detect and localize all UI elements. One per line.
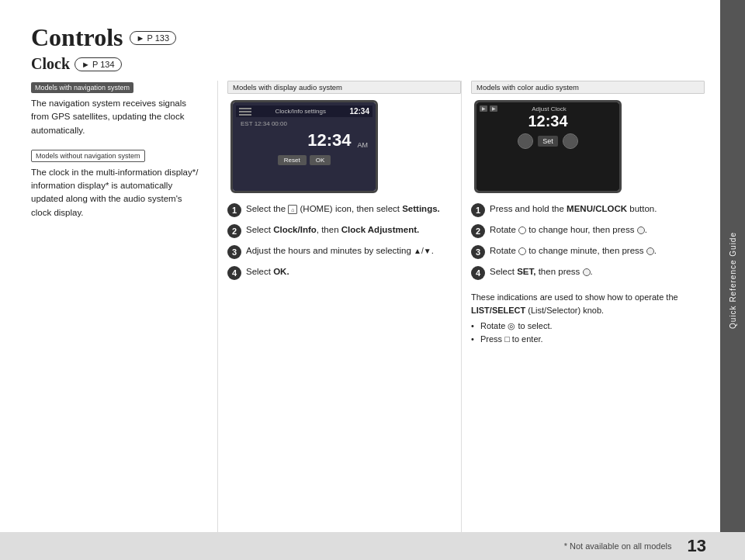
screen2-set-btn[interactable]: Set xyxy=(538,136,558,147)
press-btn-3 xyxy=(583,268,591,276)
bullet-item-2: Press □ to enter. xyxy=(471,333,698,346)
press-btn-2 xyxy=(646,247,654,255)
color-step-3-text: Rotate to change minute, then press . xyxy=(490,244,657,258)
step-3: 3 Adjust the hours and minutes by select… xyxy=(227,244,455,259)
screen2-icons: ▶ ▶ xyxy=(480,105,497,112)
arrow-icon2: ► xyxy=(81,60,90,69)
left-column: Models with navigation system The naviga… xyxy=(31,81,217,560)
color-panel-label: Models with color audio system xyxy=(471,81,705,94)
press-btn-1 xyxy=(637,226,645,234)
step-2-num: 2 xyxy=(227,224,241,238)
display-screen: Clock/Info settings 12:34 EST 12:34 00:0… xyxy=(230,100,378,193)
color-step-3: 3 Rotate to change minute, then press . xyxy=(471,244,698,259)
screen-menu-icons xyxy=(239,108,251,116)
screen-est: EST 12:34 00:00 xyxy=(241,120,287,127)
title-section: Controls ► P 133 xyxy=(31,23,705,52)
step-2: 2 Select Clock/Info, then Clock Adjustme… xyxy=(227,223,455,238)
color-screen: ▶ ▶ Adjust Clock 12:34 Set xyxy=(474,100,622,193)
page-title: Controls ► P 133 xyxy=(31,23,176,52)
sidebar-label: Quick Reference Guide xyxy=(729,232,737,329)
panels-area: Models with display audio system Clock/I… xyxy=(217,81,705,560)
step-4-num: 4 xyxy=(227,266,241,280)
screen-top-bar: Clock/Info settings 12:34 xyxy=(236,105,372,117)
screen-top-label: Clock/Info settings xyxy=(275,108,326,115)
screen2-inner: ▶ ▶ Adjust Clock 12:34 Set xyxy=(476,102,619,191)
step-1: 1 Select the ⌂ (HOME) icon, then select … xyxy=(227,202,455,217)
color-step-1-text: Press and hold the MENU/CLOCK button. xyxy=(490,202,657,216)
step-1-text: Select the ⌂ (HOME) icon, then select Se… xyxy=(246,202,440,216)
display-steps: 1 Select the ⌂ (HOME) icon, then select … xyxy=(227,202,461,286)
info-title: These indications are used to show how t… xyxy=(471,292,678,315)
no-nav-badge: Models without navigation system xyxy=(31,150,145,162)
color-audio-panel: Models with color audio system ▶ ▶ Adjus… xyxy=(462,81,705,560)
home-icon: ⌂ xyxy=(288,205,297,214)
color-step-4-text: Select SET, then press . xyxy=(490,265,593,278)
color-steps: 1 Press and hold the MENU/CLOCK button. … xyxy=(471,202,705,286)
up-down-icon: ▲/▼ xyxy=(414,245,431,257)
info-block: These indications are used to show how t… xyxy=(471,291,705,345)
screen-ampm: AM xyxy=(358,141,369,149)
color-step-2: 2 Rotate to change hour, then press . xyxy=(471,223,698,238)
screen2-spacer xyxy=(601,105,616,112)
step-4: 4 Select OK. xyxy=(227,265,455,280)
screen-time-row: 12:34 AM xyxy=(236,127,372,154)
content-area: Models with navigation system The naviga… xyxy=(31,81,705,560)
dial-icon-2 xyxy=(518,247,526,255)
subtitle-text: Clock xyxy=(31,55,70,73)
step-3-num: 3 xyxy=(227,245,241,259)
color-step-2-text: Rotate to change hour, then press . xyxy=(490,223,647,237)
color-step-4: 4 Select SET, then press . xyxy=(471,265,698,280)
footer: * Not available on all models 13 xyxy=(0,532,745,560)
arrow-icon: ► xyxy=(137,33,145,43)
screen-time-large: 12:34 xyxy=(303,129,355,152)
display-audio-panel: Models with display audio system Clock/I… xyxy=(218,81,462,560)
step-1-num: 1 xyxy=(227,203,241,217)
step-4-text: Select OK. xyxy=(246,265,289,278)
screen2-label: Adjust Clock xyxy=(532,105,566,112)
color-step-1: 1 Press and hold the MENU/CLOCK button. xyxy=(471,202,698,217)
bullet-item-1: Rotate ◎ to select. xyxy=(471,320,698,333)
screen-est-row: EST 12:34 00:00 xyxy=(236,117,372,127)
title-ref: ► P 133 xyxy=(130,31,177,45)
main-content: Controls ► P 133 Clock ► P 134 Models wi… xyxy=(0,0,720,560)
page-container: Controls ► P 133 Clock ► P 134 Models wi… xyxy=(0,0,745,560)
dial-icon-1 xyxy=(518,226,526,234)
screen2-dial2 xyxy=(563,133,578,149)
screen-ok-btn[interactable]: OK xyxy=(310,155,331,165)
step-2-text: Select Clock/Info, then Clock Adjustment… xyxy=(246,223,419,237)
screen-buttons-row: Reset OK xyxy=(236,154,372,167)
footer-note: * Not available on all models xyxy=(564,541,672,551)
screen2-buttons: Set xyxy=(480,133,616,149)
page-number: 13 xyxy=(688,536,706,556)
nav-badge: Models with navigation system xyxy=(31,82,133,93)
screen-inner: Clock/Info settings 12:34 EST 12:34 00:0… xyxy=(233,102,376,191)
screen-reset-btn[interactable]: Reset xyxy=(278,155,307,165)
screen2-top-row: ▶ ▶ Adjust Clock xyxy=(480,105,616,112)
color-step-3-num: 3 xyxy=(471,245,485,259)
screen-time-top: 12:34 xyxy=(349,107,369,116)
title-text: Controls xyxy=(31,23,123,52)
subtitle-ref: ► P 134 xyxy=(74,57,122,71)
color-step-2-num: 2 xyxy=(471,224,485,238)
color-step-1-num: 1 xyxy=(471,203,485,217)
screen2-dial xyxy=(518,133,533,149)
sidebar: Quick Reference Guide xyxy=(720,0,745,560)
display-panel-label: Models with display audio system xyxy=(227,81,461,94)
bullet-list: Rotate ◎ to select. Press □ to enter. xyxy=(471,320,698,345)
subtitle-section: Clock ► P 134 xyxy=(31,55,705,73)
color-step-4-num: 4 xyxy=(471,266,485,280)
screen2-time: 12:34 xyxy=(480,112,616,130)
no-nav-text: The clock in the multi-information displ… xyxy=(31,166,205,220)
nav-text: The navigation system receives signals f… xyxy=(31,97,205,137)
step-3-text: Adjust the hours and minutes by selectin… xyxy=(246,244,434,258)
